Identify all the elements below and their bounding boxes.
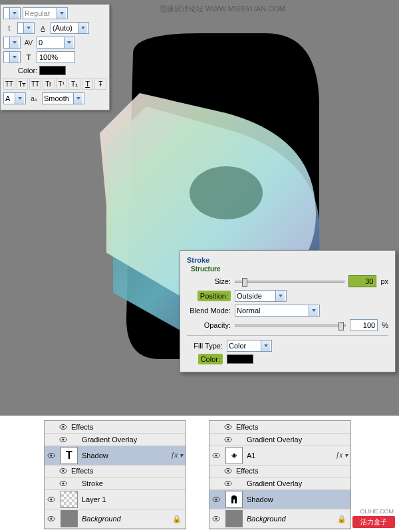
size-dropdown[interactable] (17, 22, 35, 34)
allcaps-button[interactable]: TT (29, 78, 41, 90)
structure-label: Structure (191, 265, 388, 273)
opacity-input[interactable]: 100 (350, 319, 378, 331)
aa-label: aₐ (28, 93, 40, 104)
svg-point-24 (227, 483, 229, 485)
text-color-swatch[interactable] (39, 66, 66, 75)
layer-shadow[interactable]: TShadowƒx ▾ (45, 446, 186, 466)
lang-select[interactable]: A (3, 92, 26, 104)
filltype-select[interactable]: Color (227, 340, 272, 352)
visibility-toggle[interactable] (221, 424, 235, 430)
size-unit: px (380, 277, 388, 285)
type-layer-icon: T (61, 447, 78, 464)
stroke-color-swatch[interactable] (227, 354, 253, 364)
lock-icon: 🔒 (172, 515, 182, 523)
visibility-toggle[interactable] (57, 481, 70, 486)
font-size-select[interactable] (3, 7, 21, 19)
color-label: Color: (18, 66, 37, 74)
strikethrough-button[interactable]: Ŧ (94, 78, 106, 90)
svg-point-12 (50, 498, 52, 500)
stroke-title: Stroke (187, 256, 388, 264)
size-input[interactable]: 30 (348, 275, 376, 287)
blend-select[interactable]: Normal (235, 305, 320, 317)
visibility-toggle[interactable] (57, 437, 70, 442)
svg-point-8 (62, 470, 64, 472)
svg-point-18 (227, 438, 229, 440)
leading-select[interactable]: (Auto) (51, 22, 89, 34)
layer-thumbnail-icon (61, 491, 78, 508)
layer-thumbnail-icon (225, 491, 243, 508)
stroke-dialog: Stroke Structure Size: 30 px Position: O… (180, 250, 396, 372)
blend-label: Blend Mode: (187, 307, 231, 315)
visibility-toggle[interactable] (57, 468, 70, 473)
visibility-toggle[interactable] (57, 424, 70, 430)
layer-background-right[interactable]: Background🔒 (209, 509, 350, 529)
character-panel: Regular t A̲ (Auto) AV 0 T 100% Color: T… (0, 4, 110, 110)
smallcaps-button[interactable]: Tr (43, 78, 55, 90)
opacity-label: Opacity: (187, 321, 231, 329)
leading-icon: t (3, 23, 15, 33)
lock-icon: 🔒 (337, 515, 346, 523)
subscript-button[interactable]: T₁ (68, 78, 80, 90)
smart-object-thumbnail-icon: ◈ (225, 447, 243, 464)
svg-point-14 (50, 517, 52, 519)
canvas-area: 思缘设计论坛 WWW.MISSYUAN.COM Regular t (0, 0, 399, 416)
svg-point-26 (215, 498, 217, 500)
filltype-label: Fill Type: (187, 342, 223, 350)
layer-thumbnail-icon (225, 510, 243, 527)
position-label: Position: (198, 291, 231, 301)
antialias-select[interactable]: Smooth (42, 92, 84, 104)
scale-icon: T (23, 52, 35, 63)
svg-point-2 (62, 426, 64, 428)
superscript-button[interactable]: T¹ (56, 78, 68, 90)
tracking-select[interactable]: 0 (37, 37, 75, 49)
faux-bold-button[interactable]: TT (3, 78, 15, 90)
faux-italic-button[interactable]: Tᴛ (17, 78, 29, 90)
stroke-color-label: Color: (198, 354, 223, 364)
svg-point-4 (62, 438, 64, 440)
position-select[interactable]: Outside (235, 290, 287, 302)
layer-background[interactable]: Background🔒 (45, 509, 186, 529)
layers-panel-right: Effects Gradient Overlay ◈A1ƒx ▾ Effects… (209, 420, 351, 529)
svg-point-22 (227, 470, 229, 472)
font-style-select[interactable]: Regular (23, 7, 68, 19)
logo-badge: 活力盒子 (352, 516, 395, 528)
layer-shadow-right[interactable]: Shadow (209, 490, 350, 509)
opacity-unit: % (382, 321, 388, 329)
visibility-toggle[interactable] (221, 481, 235, 486)
underline-button[interactable]: T (82, 78, 94, 90)
layer-thumbnail-icon (61, 510, 78, 527)
layers-panel-left: Effects Gradient Overlay TShadowƒx ▾ Eff… (44, 420, 186, 529)
effects-label: Effects (70, 423, 186, 431)
layer-layer1[interactable]: Layer 1 (45, 490, 186, 509)
svg-point-20 (215, 454, 217, 456)
grad-overlay-label: Gradient Overlay (70, 436, 186, 444)
watermark-text: 思缘设计论坛 WWW.MISSYUAN.COM (160, 4, 285, 14)
visibility-toggle[interactable] (221, 437, 235, 442)
tracking-icon: AV (23, 37, 35, 48)
svg-point-10 (62, 483, 64, 485)
visibility-toggle[interactable] (221, 468, 235, 473)
svg-point-16 (227, 426, 229, 428)
svg-point-28 (215, 517, 217, 519)
vscale-select[interactable] (3, 51, 21, 63)
svg-point-0 (190, 166, 263, 219)
layer-a1[interactable]: ◈A1ƒx ▾ (209, 446, 350, 466)
size-slider[interactable] (235, 281, 344, 283)
leading-a-icon: A̲ (37, 23, 49, 33)
size-label: Size: (187, 277, 231, 285)
sublogo-text: OLIHE.COM (360, 508, 394, 515)
layers-strip: Effects Gradient Overlay TShadowƒx ▾ Eff… (0, 418, 399, 532)
kerning-select[interactable] (3, 37, 21, 49)
svg-point-6 (50, 454, 52, 456)
hscale-input[interactable]: 100% (37, 51, 75, 63)
opacity-slider[interactable] (235, 325, 346, 327)
